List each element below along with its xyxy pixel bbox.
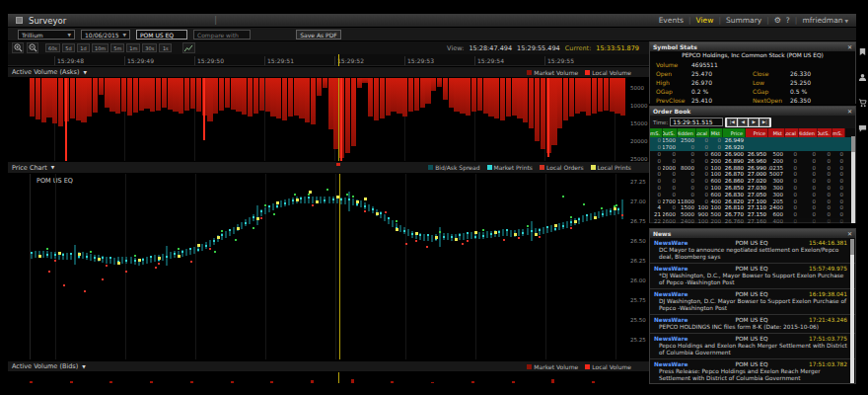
order-book-cell: 2500 (678, 137, 696, 143)
close-icon[interactable]: ✕ (847, 231, 852, 237)
news-item[interactable]: NewsWarePOM US EQ17:51:03.775Pepco Holdi… (650, 334, 855, 359)
news-panel: News ✕ NewsWarePOM US EQ15:44:16.381DC M… (649, 228, 856, 384)
menu-events[interactable]: Events (659, 16, 684, 25)
order-book-cell: 0 (832, 151, 845, 157)
interval-button-30s[interactable]: 30s (142, 43, 157, 52)
order-book-cell: 0 (832, 211, 845, 217)
flag-icon[interactable] (858, 47, 867, 56)
interval-button-1d[interactable]: 1d (77, 43, 90, 52)
news-item[interactable]: NewsWarePOM US EQ16:19:38.041DJ Washingt… (650, 289, 855, 315)
bid-ask-spread-segment (162, 254, 164, 261)
ask-volume-section-header: Active Volume (Asks) ▼ Market VolumeLoca… (8, 66, 649, 77)
bid-volume-chart[interactable] (30, 372, 626, 383)
collapse-arrow-icon[interactable]: ▼ (82, 364, 85, 369)
legend-item: Bid/Ask Spread (428, 164, 479, 171)
price-chart[interactable]: POM US EQ (30, 174, 626, 359)
volume-bar (305, 78, 310, 122)
ask-volume-chart[interactable] (30, 78, 626, 161)
chat-icon[interactable] (858, 124, 867, 133)
order-book-cell: 0 (650, 165, 663, 171)
legend-label: Local Volume (592, 69, 631, 76)
interval-button-60s[interactable]: 60s (45, 43, 60, 52)
order-book-cell: 0 (696, 158, 710, 164)
bid-ask-spread-segment (233, 227, 235, 234)
bid-ask-spread-segment (407, 229, 409, 236)
news-item[interactable]: NewsWarePOM US EQ15:57:49.975*DJ Washing… (650, 264, 855, 289)
local-order-dot (570, 216, 572, 218)
titlebar-divider: | (214, 16, 217, 25)
interval-button-5d[interactable]: 5d (62, 43, 75, 52)
menu-separator: | (766, 16, 769, 25)
news-item[interactable]: NewsWarePOM US EQ17:21:43.246PEPCO HOLDI… (650, 315, 855, 334)
symbol-input[interactable]: POM US EQ (136, 30, 187, 40)
collapse-arrow-icon[interactable]: ▼ (51, 165, 54, 170)
volume-bar (351, 379, 354, 383)
user-icon[interactable] (858, 73, 867, 82)
playback-button[interactable]: ▶ (749, 118, 759, 126)
scatter-dot (462, 243, 464, 245)
order-book-row: 000010026.85027.0303000000 (650, 185, 855, 192)
order-book-cell: 0 (832, 158, 845, 164)
zoom-in-icon[interactable] (12, 42, 24, 53)
symbol-stats-panel: Symbol Stats ✕ PEPCO Holdings, Inc Commo… (649, 41, 856, 104)
playback-button[interactable]: ◀ (738, 118, 748, 126)
bid-ask-spread-segment (352, 198, 354, 205)
volume-bar (551, 379, 554, 383)
help-icon[interactable]: ? (786, 16, 790, 25)
order-book-cell: 27.050 (746, 192, 768, 198)
symbol-stats-titlebar[interactable]: Symbol Stats ✕ (650, 42, 855, 51)
local-order-dot (106, 265, 108, 267)
firm-select[interactable]: Trillium▼ (18, 30, 75, 40)
news-scrollbar-thumb[interactable] (850, 239, 854, 255)
order-book-cell: 26.900 (723, 151, 746, 157)
news-scrollbar[interactable] (850, 239, 854, 383)
order-book-scrollbar-thumb[interactable] (851, 136, 855, 152)
price-chart-title: Price Chart (12, 164, 47, 172)
interval-button-5m[interactable]: 5m (110, 43, 124, 52)
date-select[interactable]: 10/06/2015▼ (81, 30, 130, 40)
order-book-titlebar[interactable]: Order Book ✕ (650, 107, 855, 116)
compare-input[interactable] (193, 30, 251, 40)
time-axis-label: 15:29:49 (124, 56, 154, 65)
volume-bar (615, 78, 619, 114)
order-book-cell: 2000 (663, 165, 678, 171)
time-axis[interactable]: 15:29:4815:29:4915:29:5015:29:5115:29:52… (8, 54, 649, 66)
news-titlebar[interactable]: News ✕ (650, 229, 855, 238)
volume-bar (402, 78, 407, 117)
caret-down-icon: ▼ (123, 33, 126, 38)
order-book-cell: 0 (650, 158, 663, 164)
close-icon[interactable]: ✕ (847, 109, 852, 115)
user-menu[interactable]: mfriedman▼ (802, 16, 848, 25)
volume-bar (460, 78, 465, 114)
interval-button-1m[interactable]: 1m (126, 43, 140, 52)
news-item[interactable]: NewsWarePOM US EQ17:51:03.782Press Relea… (650, 359, 855, 383)
volume-bar (190, 381, 193, 383)
bid-ask-spread-segment (542, 227, 544, 234)
settings-gear-icon[interactable]: ⚙ (774, 16, 781, 25)
interval-button-10m[interactable]: 10m (92, 43, 108, 52)
order-book-time-input[interactable]: 15:29:51.515 (670, 118, 723, 126)
zoom-out-icon[interactable] (27, 42, 38, 53)
menu-summary[interactable]: Summary (726, 16, 761, 25)
volume-bar (580, 78, 585, 112)
order-book-cell: 0 (785, 198, 799, 204)
legend-swatch (527, 70, 532, 75)
news-item[interactable]: NewsWarePOM US EQ15:44:16.381DC Mayor to… (650, 238, 855, 264)
line-chart-icon[interactable] (182, 42, 195, 53)
order-book-cell: 27.020 (746, 178, 768, 184)
playback-button[interactable]: |◀ (727, 118, 737, 126)
order-book-cell: 0 (663, 192, 678, 198)
order-book-cell: 0 (832, 192, 845, 198)
menu-view[interactable]: View (696, 16, 714, 25)
collapse-arrow-icon[interactable]: ▼ (83, 70, 86, 75)
local-order-dot (46, 248, 48, 250)
save-as-pdf-button[interactable]: Save As PDF (296, 30, 341, 40)
volume-bar (535, 78, 540, 141)
cart-icon[interactable] (858, 99, 867, 108)
order-book-cell: 600 (768, 211, 785, 217)
interval-button-1s[interactable]: 1s (159, 43, 172, 52)
close-icon[interactable]: ✕ (847, 44, 852, 50)
order-book-header: Hidden (678, 128, 696, 137)
playback-button[interactable]: ▶| (760, 118, 769, 126)
scatter-dot (48, 271, 50, 273)
